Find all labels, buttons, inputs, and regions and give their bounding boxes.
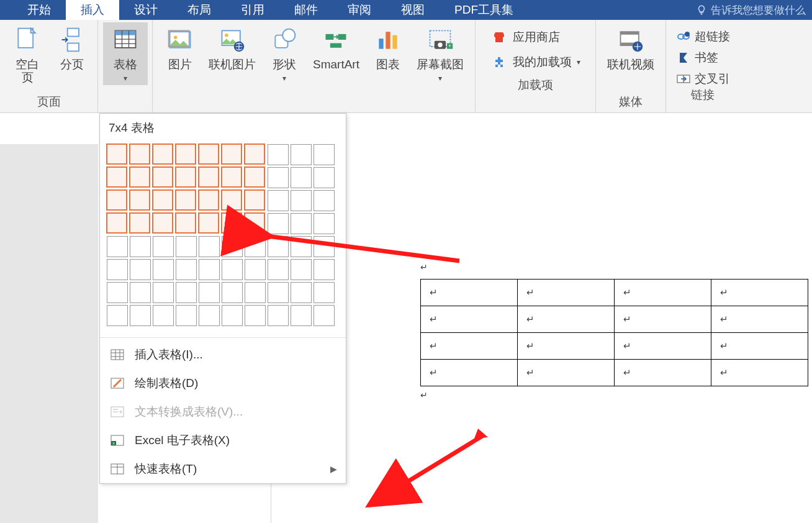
tab-view[interactable]: 视图 bbox=[386, 0, 440, 20]
tab-design[interactable]: 设计 bbox=[119, 0, 173, 20]
grid-cell[interactable] bbox=[221, 189, 242, 211]
grid-cell[interactable] bbox=[244, 189, 265, 211]
grid-cell[interactable] bbox=[106, 212, 127, 234]
grid-cell[interactable] bbox=[107, 305, 128, 326]
my-addins-button[interactable]: 我的加载项 ▾ bbox=[490, 53, 580, 71]
grid-cell[interactable] bbox=[244, 166, 265, 188]
draw-table-menuitem[interactable]: 绘制表格(D) bbox=[100, 369, 346, 398]
tab-layout[interactable]: 布局 bbox=[173, 0, 226, 20]
grid-cell[interactable] bbox=[222, 259, 243, 280]
grid-cell[interactable] bbox=[106, 143, 127, 165]
picture-button[interactable]: 图片 bbox=[158, 22, 202, 74]
grid-cell[interactable] bbox=[176, 259, 197, 280]
grid-cell[interactable] bbox=[199, 282, 220, 303]
grid-cell[interactable] bbox=[198, 212, 219, 234]
grid-cell[interactable] bbox=[314, 305, 335, 326]
grid-cell[interactable] bbox=[244, 143, 265, 165]
grid-cell[interactable] bbox=[153, 305, 174, 326]
grid-cell[interactable] bbox=[199, 236, 220, 257]
grid-cell[interactable] bbox=[106, 189, 127, 211]
grid-cell[interactable] bbox=[221, 143, 242, 165]
grid-cell[interactable] bbox=[245, 282, 266, 303]
grid-cell[interactable] bbox=[153, 282, 174, 303]
tab-insert[interactable]: 插入 bbox=[66, 0, 119, 20]
grid-cell[interactable] bbox=[129, 166, 150, 188]
grid-cell[interactable] bbox=[175, 143, 196, 165]
grid-cell[interactable] bbox=[176, 236, 197, 257]
online-video-button[interactable]: 联机视频 bbox=[601, 22, 661, 74]
grid-cell[interactable] bbox=[130, 282, 151, 303]
grid-cell[interactable] bbox=[199, 305, 220, 326]
grid-cell[interactable] bbox=[199, 259, 220, 280]
online-picture-button[interactable]: 联机图片 bbox=[202, 22, 262, 74]
grid-cell[interactable] bbox=[221, 212, 242, 234]
grid-cell[interactable] bbox=[291, 190, 312, 211]
tab-review[interactable]: 审阅 bbox=[333, 0, 386, 20]
blank-page-button[interactable]: 空白页 bbox=[5, 22, 50, 87]
excel-table-menuitem[interactable]: X Excel 电子表格(X) bbox=[100, 426, 346, 455]
insert-table-menuitem[interactable]: 插入表格(I)... bbox=[100, 340, 346, 369]
grid-cell[interactable] bbox=[175, 212, 196, 234]
grid-cell[interactable] bbox=[314, 282, 335, 303]
tab-mail[interactable]: 邮件 bbox=[279, 0, 333, 20]
screenshot-button[interactable]: + 屏幕截图 ▾ bbox=[410, 22, 470, 85]
grid-cell[interactable] bbox=[129, 212, 150, 234]
grid-cell[interactable] bbox=[152, 212, 173, 234]
grid-cell[interactable] bbox=[314, 144, 335, 165]
document-page[interactable]: ↵ ↵↵↵↵ ↵↵↵↵ ↵↵↵↵ ↵↵↵↵ ↵ bbox=[333, 163, 812, 401]
grid-cell[interactable] bbox=[314, 167, 335, 188]
grid-cell[interactable] bbox=[291, 282, 312, 303]
grid-cell[interactable] bbox=[153, 236, 174, 257]
tab-pdf[interactable]: PDF工具集 bbox=[440, 0, 528, 20]
grid-cell[interactable] bbox=[268, 167, 289, 188]
store-button[interactable]: 应用商店 bbox=[490, 29, 580, 46]
hyperlink-button[interactable]: 超链接 bbox=[676, 29, 730, 45]
grid-cell[interactable] bbox=[245, 305, 266, 326]
grid-cell[interactable] bbox=[130, 236, 151, 257]
grid-cell[interactable] bbox=[198, 166, 219, 188]
grid-cell[interactable] bbox=[175, 189, 196, 211]
smartart-button[interactable]: SmartArt bbox=[307, 22, 366, 74]
grid-cell[interactable] bbox=[221, 166, 242, 188]
chart-button[interactable]: 图表 bbox=[366, 22, 410, 74]
bookmark-button[interactable]: 书签 bbox=[676, 50, 730, 66]
preview-table[interactable]: ↵↵↵↵ ↵↵↵↵ ↵↵↵↵ ↵↵↵↵ bbox=[420, 279, 808, 386]
grid-cell[interactable] bbox=[152, 143, 173, 165]
grid-cell[interactable] bbox=[129, 189, 150, 211]
grid-cell[interactable] bbox=[107, 282, 128, 303]
tell-me[interactable]: 告诉我您想要做什么 bbox=[690, 0, 812, 20]
grid-cell[interactable] bbox=[268, 190, 289, 211]
page-break-button[interactable]: 分页 bbox=[50, 22, 94, 74]
grid-cell[interactable] bbox=[198, 189, 219, 211]
grid-cell[interactable] bbox=[291, 144, 312, 165]
grid-cell[interactable] bbox=[176, 282, 197, 303]
grid-cell[interactable] bbox=[291, 305, 312, 326]
grid-cell[interactable] bbox=[176, 305, 197, 326]
grid-cell[interactable] bbox=[268, 282, 289, 303]
quick-tables-menuitem[interactable]: 快速表格(T) ▶ bbox=[100, 455, 346, 483]
crossref-button[interactable]: 交叉引 bbox=[676, 71, 730, 87]
tab-references[interactable]: 引用 bbox=[226, 0, 279, 20]
tab-start[interactable]: 开始 bbox=[12, 0, 66, 20]
grid-cell[interactable] bbox=[152, 189, 173, 211]
grid-cell[interactable] bbox=[107, 236, 128, 257]
grid-cell[interactable] bbox=[152, 166, 173, 188]
grid-cell[interactable] bbox=[107, 259, 128, 280]
table-button[interactable]: 表格 ▾ bbox=[103, 22, 148, 85]
table-label: 表格 bbox=[114, 58, 137, 71]
grid-cell[interactable] bbox=[222, 236, 243, 257]
grid-cell[interactable] bbox=[129, 143, 150, 165]
grid-cell[interactable] bbox=[198, 143, 219, 165]
shapes-button[interactable]: 形状 ▾ bbox=[262, 22, 307, 85]
grid-cell[interactable] bbox=[106, 166, 127, 188]
grid-cell[interactable] bbox=[153, 259, 174, 280]
grid-cell[interactable] bbox=[222, 282, 243, 303]
grid-cell[interactable] bbox=[268, 305, 289, 326]
grid-cell[interactable] bbox=[268, 144, 289, 165]
grid-cell[interactable] bbox=[130, 305, 151, 326]
grid-cell[interactable] bbox=[222, 305, 243, 326]
grid-cell[interactable] bbox=[175, 166, 196, 188]
grid-cell[interactable] bbox=[314, 190, 335, 211]
grid-cell[interactable] bbox=[130, 259, 151, 280]
grid-cell[interactable] bbox=[291, 167, 312, 188]
